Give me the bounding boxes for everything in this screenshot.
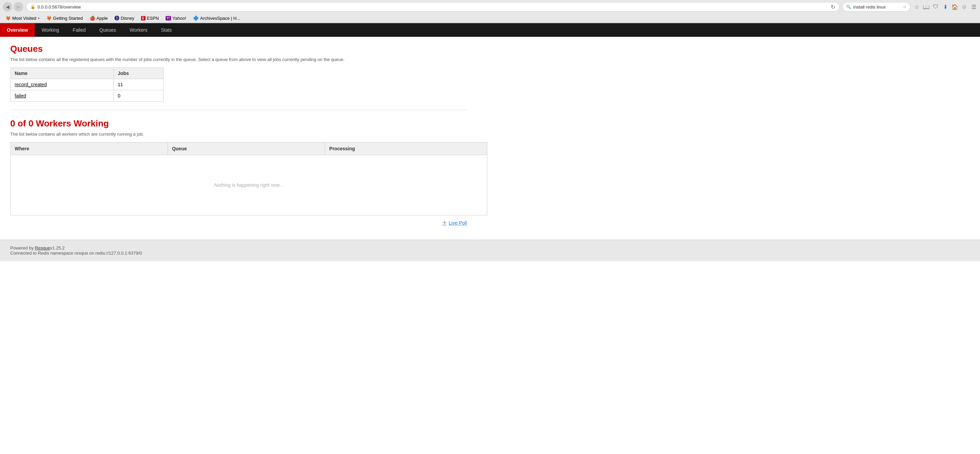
nav-queues[interactable]: Queues <box>93 23 123 37</box>
firefox-icon: 🦊 <box>5 16 11 21</box>
queues-description: The list below contains all the register… <box>10 57 467 62</box>
workers-empty-message: Nothing is happening right now... <box>11 155 487 215</box>
workers-col-where: Where <box>11 142 168 155</box>
nav-failed[interactable]: Failed <box>66 23 92 37</box>
table-row: failed 0 <box>11 90 164 102</box>
bookmark-disney[interactable]: D Disney <box>112 15 137 21</box>
address-bar[interactable]: 🔒 0.0.0.0:5678/overview ↻ <box>26 2 840 11</box>
bookmark-archivesspace[interactable]: 🔷 ArchivesSpace | H... <box>190 15 243 21</box>
queue-name-2[interactable]: failed <box>11 90 114 102</box>
bookmark-espn[interactable]: E ESPN <box>138 15 162 21</box>
queue-jobs-1: 11 <box>113 79 163 90</box>
disney-icon: D <box>115 16 119 21</box>
queue-link-failed[interactable]: failed <box>15 93 26 99</box>
live-poll-label: Live Poll <box>449 220 467 226</box>
nav-overview[interactable]: Overview <box>0 23 35 37</box>
toolbar-icons: ☆ 📖 🛡 ⬇ 🏠 ☺ ☰ <box>913 3 977 10</box>
bookmark-label-archives: ArchivesSpace | H... <box>200 16 240 21</box>
section-divider <box>10 110 467 110</box>
live-poll-link[interactable]: ✈ Live Poll <box>442 220 467 226</box>
nav-workers[interactable]: Workers <box>123 23 154 37</box>
nav-working[interactable]: Working <box>35 23 66 37</box>
espn-icon: E <box>141 16 145 21</box>
search-bar[interactable]: 🔍 install redis linux → <box>842 2 910 11</box>
bookmark-label-gs: Getting Started <box>53 16 83 21</box>
queues-col-jobs: Jobs <box>113 68 163 79</box>
queues-table: Name Jobs record_created 11 failed 0 <box>10 67 164 102</box>
reload-button[interactable]: ↻ <box>831 4 835 10</box>
resque-link[interactable]: Resque <box>35 245 50 250</box>
workers-col-processing: Processing <box>325 142 487 155</box>
bookmarks-bar: 🦊 Most Visited ▾ 🦊 Getting Started 🍎 App… <box>0 14 980 23</box>
bookmark-label-disney: Disney <box>121 16 134 21</box>
dropdown-icon: ▾ <box>38 16 40 20</box>
home-icon[interactable]: 🏠 <box>951 3 958 10</box>
yahoo-icon: Y! <box>165 16 171 21</box>
menu-icon[interactable]: ☰ <box>970 3 977 10</box>
firefox-icon-2: 🦊 <box>46 16 52 21</box>
shield-icon[interactable]: 🛡 <box>932 3 939 10</box>
nav-bar: Overview Working Failed Queues Workers S… <box>0 23 980 37</box>
queues-title: Queues <box>10 44 467 54</box>
back-button[interactable]: ◀ <box>3 2 12 11</box>
workers-title: 0 of 0 Workers Working <box>10 118 467 129</box>
browser-toolbar: ◀ ▶ 🔒 0.0.0.0:5678/overview ↻ 🔍 install … <box>0 0 980 14</box>
bookmark-label: Most Visited <box>12 16 37 21</box>
footer-version: v1.25.2 <box>50 245 65 250</box>
workers-empty-row: Nothing is happening right now... <box>11 155 487 215</box>
bookmark-label-apple: Apple <box>96 16 108 21</box>
queues-col-name: Name <box>11 68 114 79</box>
queue-link-record-created[interactable]: record_created <box>15 82 47 87</box>
apple-icon: 🍎 <box>90 16 95 21</box>
search-text: install redis linux <box>853 5 900 10</box>
footer-powered-by: Powered by Resquev1.25.2 <box>10 245 970 250</box>
bookmark-getting-started[interactable]: 🦊 Getting Started <box>44 15 86 21</box>
secure-icon: 🔒 <box>30 5 35 9</box>
download-icon[interactable]: ⬇ <box>942 3 949 10</box>
archivesspace-icon: 🔷 <box>193 15 199 21</box>
browser-chrome: ◀ ▶ 🔒 0.0.0.0:5678/overview ↻ 🔍 install … <box>0 0 980 23</box>
reading-list-icon[interactable]: 📖 <box>923 3 929 10</box>
workers-table: Where Queue Processing Nothing is happen… <box>10 142 487 215</box>
footer-connected: Connected to Redis namespace resque on r… <box>10 250 970 256</box>
workers-description: The list below contains all workers whic… <box>10 132 467 137</box>
bookmark-label-espn: ESPN <box>147 16 159 21</box>
search-icon: 🔍 <box>846 5 851 9</box>
live-poll-icon: ✈ <box>442 220 447 226</box>
bookmark-most-visited[interactable]: 🦊 Most Visited ▾ <box>3 15 42 21</box>
queue-jobs-2: 0 <box>113 90 163 102</box>
go-icon: → <box>902 4 907 10</box>
forward-button[interactable]: ▶ <box>14 2 23 11</box>
bookmark-yahoo[interactable]: Y! Yahoo! <box>163 15 189 21</box>
bookmark-label-yahoo: Yahoo! <box>172 16 186 21</box>
workers-col-queue: Queue <box>168 142 325 155</box>
star-icon[interactable]: ☆ <box>913 3 920 10</box>
nav-buttons: ◀ ▶ <box>3 2 23 11</box>
bookmark-apple[interactable]: 🍎 Apple <box>87 15 110 21</box>
nav-stats[interactable]: Stats <box>154 23 178 37</box>
table-row: record_created 11 <box>11 79 164 90</box>
queue-name-1[interactable]: record_created <box>11 79 114 90</box>
profile-icon[interactable]: ☺ <box>961 3 968 10</box>
live-poll-container: ✈ Live Poll <box>10 220 467 226</box>
main-content: Queues The list below contains all the r… <box>0 37 477 240</box>
address-text: 0.0.0.0:5678/overview <box>38 5 829 10</box>
footer: Powered by Resquev1.25.2 Connected to Re… <box>0 240 980 261</box>
